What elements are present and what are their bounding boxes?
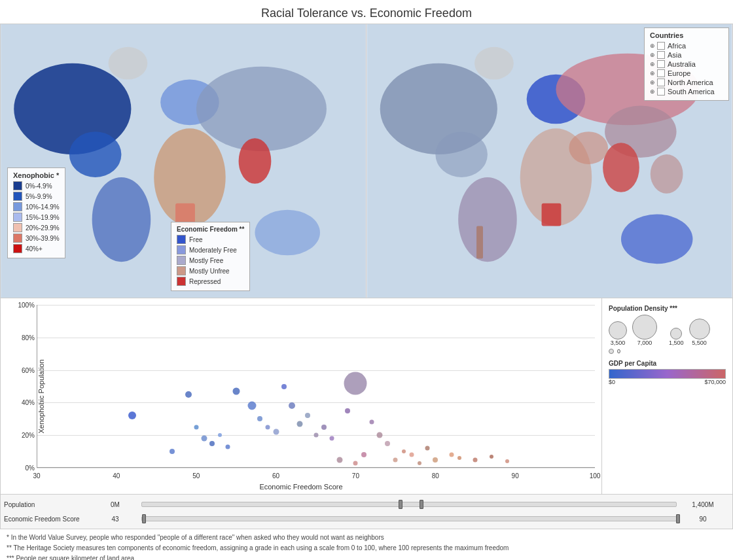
scatter-dot[interactable] [490,455,493,459]
map-left: Xenophobic * 0%-4.9% 5%-9.9% 10%-14.9% 1… [1,24,366,298]
checkbox-africa[interactable] [657,42,665,50]
scatter-dot[interactable] [361,452,366,457]
plus-icon-north-america: ⊕ [650,79,655,86]
xeno-color-7 [13,244,22,253]
density-label-7000: 7,000 [637,340,653,346]
scatter-dot[interactable] [273,429,279,435]
scatter-dot[interactable] [329,436,334,441]
legend-xenophobic: Xenophobic * 0%-4.9% 5%-9.9% 10%-14.9% 1… [7,167,65,258]
efs-slider-handle-right[interactable] [676,514,680,523]
density-circle-5500 [689,319,710,340]
scatter-dot[interactable] [209,441,215,446]
efs-slider-row: Economic Freedom Score 43 90 [4,512,729,525]
scatter-dot[interactable] [345,408,350,413]
svg-point-24 [621,215,692,264]
country-label-australia: Australia [668,60,696,68]
checkbox-south-america[interactable] [657,88,665,96]
xeno-color-5 [13,223,22,232]
scatter-dot[interactable] [344,372,367,394]
scatter-dot[interactable] [185,391,192,398]
checkbox-europe[interactable] [657,69,665,77]
scatter-dot[interactable] [393,457,398,462]
scatter-dot[interactable] [313,433,318,438]
eco-label-3: Mostly Free [189,257,223,264]
efs-slider-handle-left[interactable] [142,514,146,523]
density-label-0: 0 [617,348,620,355]
scatter-dot[interactable] [505,459,509,463]
population-slider-handle-right[interactable] [420,500,423,509]
country-label-europe: Europe [668,69,690,77]
country-item-north-america[interactable]: ⊕ North America [650,79,723,86]
svg-point-3 [109,47,148,80]
gdp-legend: GDP per Capita $0 $70,000 [609,360,726,385]
legend-xeno-row-3: 10%-14.9% [13,202,60,211]
pop-density-title: Population Density *** [609,305,726,312]
scatter-dot[interactable] [337,457,343,463]
country-item-africa[interactable]: ⊕ Africa [650,42,723,50]
population-slider-track[interactable] [141,502,677,507]
scatter-dot[interactable] [257,416,262,421]
scatter-dot[interactable] [289,402,295,409]
scatter-dot[interactable] [418,461,421,465]
legend-eco-row-4: Mostly Unfree [177,266,244,275]
population-slider-handle-left[interactable] [399,500,402,509]
efs-slider-track[interactable] [141,516,677,521]
scatter-dot[interactable] [218,433,222,437]
svg-point-23 [651,154,683,194]
svg-point-10 [92,177,151,262]
density-label-1500: 1,500 [669,340,684,346]
xeno-label-2: 5%-9.9% [26,193,52,200]
checkbox-north-america[interactable] [657,79,665,86]
checkbox-australia[interactable] [657,60,665,68]
eco-label-1: Free [189,236,203,243]
scatter-dot[interactable] [409,453,414,457]
xeno-label-3: 10%-14.9% [26,203,60,211]
density-circle-3500 [609,321,627,340]
country-label-south-america: South America [668,88,715,96]
chart-area: Xenophobic Population 0%20%40%60%80%100%… [1,298,601,494]
scatter-dot[interactable] [305,413,310,418]
scatter-dot[interactable] [321,425,327,430]
gdp-labels: $0 $70,000 [609,379,726,385]
legend-countries-title: Countries [650,31,723,39]
top-map-section: Xenophobic * 0%-4.9% 5%-9.9% 10%-14.9% 1… [0,24,733,298]
xeno-color-1 [13,181,22,190]
scatter-dot[interactable] [281,384,287,389]
chart-x-label: Economic Freedom Score [259,483,342,491]
scatter-dot[interactable] [128,411,136,419]
legend-economic-title: Economic Freedom ** [177,226,244,233]
legend-xeno-row-7: 40%+ [13,244,60,253]
country-item-asia[interactable]: ⊕ Asia [650,51,723,59]
xeno-color-2 [13,192,22,201]
scatter-dot[interactable] [170,449,175,454]
scatter-dot[interactable] [226,444,230,449]
scatter-dot[interactable] [369,420,374,425]
scatter-dot[interactable] [266,425,270,429]
svg-point-7 [196,67,327,151]
scatter-dot[interactable] [425,446,430,451]
population-slider-label: Population [4,501,89,508]
scatter-dot[interactable] [232,387,240,394]
scatter-dot[interactable] [248,402,257,410]
scatter-dot[interactable] [457,456,461,460]
scatter-dot[interactable] [297,421,303,427]
scatter-dot[interactable] [402,449,406,453]
scatter-dot[interactable] [353,461,358,465]
country-item-south-america[interactable]: ⊕ South America [650,88,723,96]
country-item-europe[interactable]: ⊕ Europe [650,69,723,77]
scatter-dot[interactable] [194,425,198,429]
population-min-label: 0M [89,501,141,508]
scatter-dot[interactable] [433,457,438,463]
scatter-dot[interactable] [201,436,207,442]
legend-eco-row-3: Mostly Free [177,256,244,265]
country-item-australia[interactable]: ⊕ Australia [650,60,723,68]
svg-point-15 [458,177,517,262]
main-title: Racial Tolerance vs. Economic Freedom [0,0,733,24]
scatter-dot[interactable] [376,432,382,438]
eco-color-4 [177,266,186,275]
scatter-dot[interactable] [473,457,478,462]
checkbox-asia[interactable] [657,51,665,59]
svg-point-13 [435,131,488,177]
scatter-dot[interactable] [449,453,454,457]
scatter-dot[interactable] [385,441,390,446]
